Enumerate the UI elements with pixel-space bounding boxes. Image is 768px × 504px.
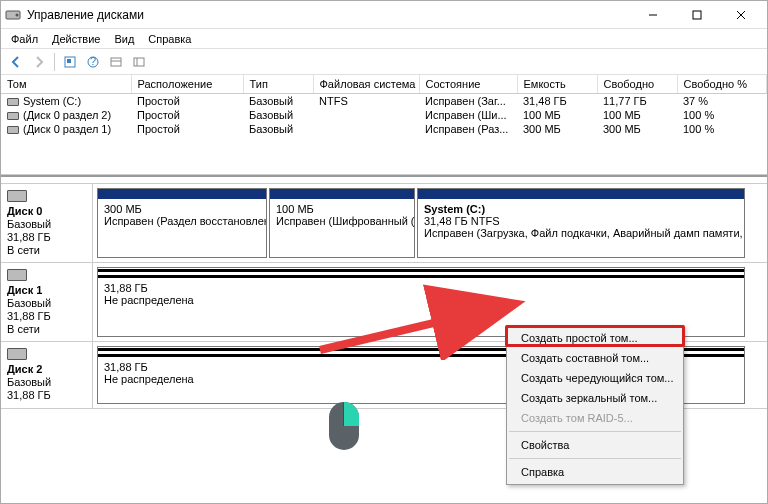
menu-file[interactable]: Файл: [5, 31, 44, 47]
partition-size: 300 МБ: [104, 203, 260, 215]
partition-status: Исправен (Загрузка, Файл подкачки, Авари…: [424, 227, 738, 239]
disk-size: 31,88 ГБ: [7, 389, 86, 401]
disk-icon: [7, 269, 27, 281]
minimize-button[interactable]: [631, 1, 675, 29]
context-menu-item[interactable]: Свойства: [507, 435, 683, 455]
disk-row: Диск 0Базовый31,88 ГБВ сети300 МБИсправе…: [1, 183, 767, 263]
disk-size: 31,88 ГБ: [7, 231, 86, 243]
disk-name: Диск 0: [7, 205, 86, 217]
disk-icon: [7, 190, 27, 202]
column-header[interactable]: Тип: [243, 75, 313, 94]
partition-stripe: [418, 189, 744, 199]
back-button[interactable]: [5, 51, 27, 73]
context-menu: Создать простой том...Создать составной …: [506, 325, 684, 485]
menu-view[interactable]: Вид: [108, 31, 140, 47]
partition-stripe: [98, 189, 266, 199]
partition-size: 31,88 ГБ: [104, 282, 738, 294]
partition-status: Не распределена: [104, 294, 738, 306]
disk-type: Базовый: [7, 376, 86, 388]
volume-icon: [7, 98, 19, 106]
column-header[interactable]: Расположение: [131, 75, 243, 94]
volume-row[interactable]: (Диск 0 раздел 1)ПростойБазовыйИсправен …: [1, 122, 767, 136]
context-menu-item[interactable]: Создать составной том...: [507, 348, 683, 368]
settings-button[interactable]: [105, 51, 127, 73]
disk-name: Диск 2: [7, 363, 86, 375]
menu-separator: [509, 431, 681, 432]
column-header[interactable]: Том: [1, 75, 131, 94]
svg-rect-7: [67, 59, 71, 63]
close-button[interactable]: [719, 1, 763, 29]
context-menu-item[interactable]: Создать простой том...: [507, 328, 683, 348]
maximize-button[interactable]: [675, 1, 719, 29]
app-icon: [5, 7, 21, 23]
forward-button[interactable]: [28, 51, 50, 73]
column-header[interactable]: Файловая система: [313, 75, 419, 94]
svg-rect-12: [134, 58, 144, 66]
disk-info[interactable]: Диск 2Базовый31,88 ГБ: [1, 342, 93, 408]
svg-text:?: ?: [90, 55, 96, 67]
column-header[interactable]: Состояние: [419, 75, 517, 94]
partition-size: 31,48 ГБ NTFS: [424, 215, 738, 227]
disk-name: Диск 1: [7, 284, 86, 296]
volume-row[interactable]: (Диск 0 раздел 2)ПростойБазовыйИсправен …: [1, 108, 767, 122]
partition[interactable]: System (C:)31,48 ГБ NTFSИсправен (Загруз…: [417, 188, 745, 258]
disk-info[interactable]: Диск 1Базовый31,88 ГБВ сети: [1, 263, 93, 341]
svg-rect-10: [111, 58, 121, 66]
column-header[interactable]: Свободно: [597, 75, 677, 94]
menu-action[interactable]: Действие: [46, 31, 106, 47]
context-menu-item[interactable]: Создать чередующийся том...: [507, 368, 683, 388]
partition[interactable]: 300 МБИсправен (Раздел восстановления: [97, 188, 267, 258]
disk-icon: [7, 348, 27, 360]
menu-help[interactable]: Справка: [142, 31, 197, 47]
volume-list[interactable]: ТомРасположениеТипФайловая системаСостоя…: [1, 75, 767, 175]
disk-status: В сети: [7, 244, 86, 256]
partition-size: 100 МБ: [276, 203, 408, 215]
svg-rect-3: [693, 11, 701, 19]
disk-size: 31,88 ГБ: [7, 310, 86, 322]
volume-icon: [7, 126, 19, 134]
volume-row[interactable]: System (C:)ПростойБазовыйNTFSИсправен (З…: [1, 94, 767, 109]
menubar: Файл Действие Вид Справка: [1, 29, 767, 49]
column-header[interactable]: Свободно %: [677, 75, 767, 94]
volume-icon: [7, 112, 19, 120]
help-button[interactable]: ?: [82, 51, 104, 73]
disk-status: В сети: [7, 323, 86, 335]
partition[interactable]: 100 МБИсправен (Шифрованный (: [269, 188, 415, 258]
window-title: Управление дисками: [27, 8, 631, 22]
disk-type: Базовый: [7, 218, 86, 230]
svg-point-1: [16, 13, 19, 16]
disk-info[interactable]: Диск 0Базовый31,88 ГБВ сети: [1, 184, 93, 262]
partition-status: Исправен (Раздел восстановления: [104, 215, 260, 227]
column-header[interactable]: Емкость: [517, 75, 597, 94]
context-menu-item[interactable]: Справка: [507, 462, 683, 482]
partition-title: System (C:): [424, 203, 738, 215]
titlebar: Управление дисками: [1, 1, 767, 29]
toolbar: ?: [1, 49, 767, 75]
list-button[interactable]: [128, 51, 150, 73]
partition-stripe: [270, 189, 414, 199]
menu-separator: [509, 458, 681, 459]
context-menu-item[interactable]: Создать зеркальный том...: [507, 388, 683, 408]
partition-status: Исправен (Шифрованный (: [276, 215, 408, 227]
partition-stripe: [98, 268, 744, 278]
context-menu-item: Создать том RAID-5...: [507, 408, 683, 428]
refresh-button[interactable]: [59, 51, 81, 73]
disk-type: Базовый: [7, 297, 86, 309]
